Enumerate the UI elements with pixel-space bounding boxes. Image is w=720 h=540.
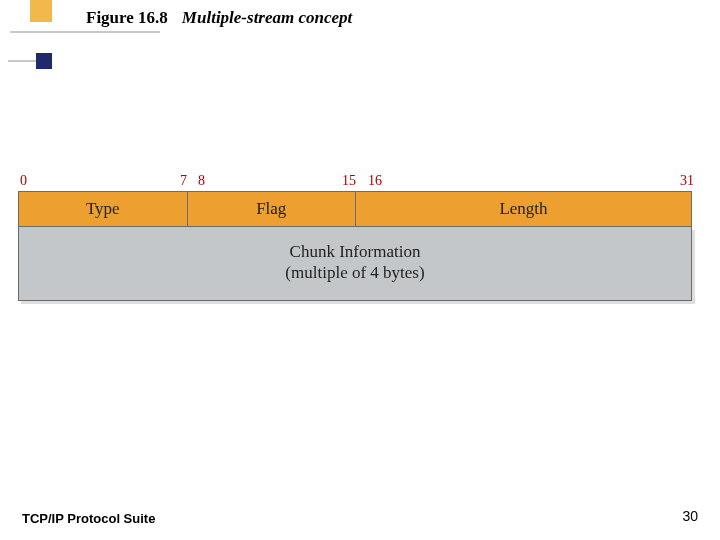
bit-16: 16 bbox=[368, 173, 382, 189]
bit-7: 7 bbox=[180, 173, 187, 189]
corner-gold-square bbox=[30, 0, 52, 22]
figure-title: Multiple-stream concept bbox=[182, 8, 352, 28]
corner-navy-square bbox=[36, 53, 52, 69]
figure-title-area: Figure 16.8 Multiple-stream concept bbox=[86, 8, 352, 28]
footer-suite: TCP/IP Protocol Suite bbox=[22, 511, 155, 526]
bit-8: 8 bbox=[198, 173, 205, 189]
bit-scale: 0 7 8 15 16 31 bbox=[18, 173, 698, 191]
chunk-info-line2: (multiple of 4 bytes) bbox=[19, 262, 691, 283]
bit-0: 0 bbox=[20, 173, 27, 189]
packet-header-row: Type Flag Length bbox=[18, 191, 692, 227]
corner-line-1 bbox=[10, 31, 160, 33]
field-type: Type bbox=[19, 192, 188, 226]
page-number: 30 bbox=[682, 508, 698, 524]
figure-number: Figure 16.8 bbox=[86, 8, 168, 28]
field-flag: Flag bbox=[188, 192, 357, 226]
field-length: Length bbox=[356, 192, 691, 226]
bit-15: 15 bbox=[342, 173, 356, 189]
packet-box: Type Flag Length Chunk Information (mult… bbox=[18, 191, 692, 301]
packet-body-row: Chunk Information (multiple of 4 bytes) bbox=[18, 227, 692, 301]
chunk-info-line1: Chunk Information bbox=[19, 241, 691, 262]
bit-31: 31 bbox=[680, 173, 694, 189]
packet-diagram: 0 7 8 15 16 31 Type Flag Length Chunk In… bbox=[18, 173, 698, 301]
